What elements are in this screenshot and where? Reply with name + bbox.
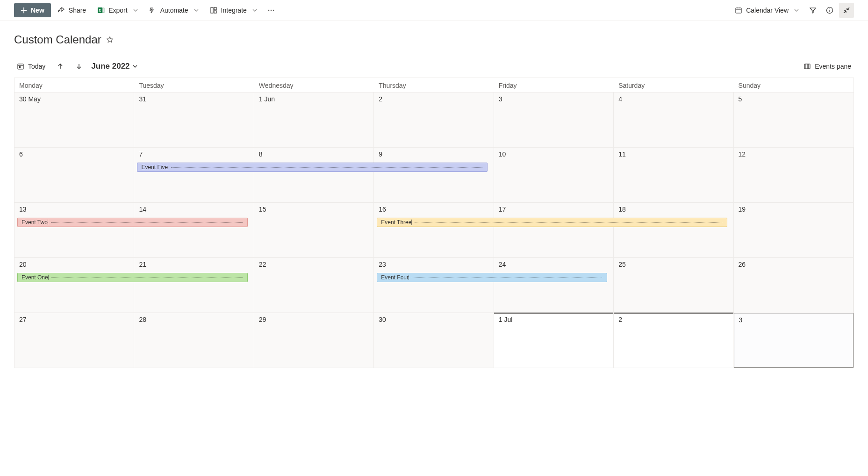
day-cell[interactable]: 11	[614, 148, 733, 202]
chevron-down-icon	[252, 8, 257, 13]
day-cell[interactable]: 3	[734, 313, 854, 368]
day-number: 28	[139, 316, 249, 323]
day-number: 31	[139, 95, 249, 103]
day-cell[interactable]: 4	[614, 92, 733, 147]
day-cell[interactable]: 24	[494, 258, 614, 313]
day-cell[interactable]: 1 Jun	[254, 92, 374, 147]
event-endcap	[409, 275, 409, 280]
day-number: 25	[618, 261, 728, 268]
calendar-event[interactable]: Event One	[17, 273, 248, 282]
day-number: 24	[499, 261, 609, 268]
day-cell[interactable]: 1 Jul	[494, 313, 614, 368]
day-cell[interactable]: 30 May	[14, 92, 134, 147]
day-cell[interactable]: 7	[134, 148, 254, 202]
overflow-button[interactable]	[264, 3, 279, 18]
day-cell[interactable]: 18	[614, 203, 733, 257]
day-cell[interactable]: 28	[134, 313, 254, 368]
more-icon	[267, 7, 275, 14]
calendar-event[interactable]: Event Two	[17, 218, 248, 227]
calendar-event[interactable]: Event Four	[377, 273, 607, 282]
calendar-event[interactable]: Event Three	[377, 218, 727, 227]
share-button[interactable]: Share	[53, 4, 91, 17]
today-button[interactable]: Today	[14, 61, 48, 72]
filter-button[interactable]	[805, 3, 820, 18]
day-number: 17	[499, 206, 609, 213]
integrate-button[interactable]: Integrate	[205, 4, 262, 17]
dow-header: Friday	[494, 78, 614, 92]
day-cell[interactable]: 3	[494, 92, 614, 147]
event-title: Event Three	[381, 219, 411, 226]
calendar-icon	[735, 7, 742, 14]
events-pane-button[interactable]: Events pane	[801, 61, 854, 72]
next-month-button[interactable]	[72, 60, 86, 73]
day-number: 22	[259, 261, 369, 268]
month-selector[interactable]: June 2022	[91, 62, 137, 71]
export-button[interactable]: Export	[93, 4, 142, 17]
day-cell[interactable]: 12	[734, 148, 854, 202]
day-cell[interactable]: 9	[374, 148, 494, 202]
day-cell[interactable]: 5	[734, 92, 854, 147]
day-number: 19	[739, 206, 848, 213]
today-label: Today	[28, 63, 45, 70]
event-title: Event Four	[381, 274, 409, 281]
dow-header: Sunday	[734, 78, 854, 92]
svg-rect-11	[19, 66, 21, 68]
day-cell[interactable]: 14	[134, 203, 254, 257]
day-cell[interactable]: 30	[374, 313, 494, 368]
day-cell[interactable]: 10	[494, 148, 614, 202]
share-icon	[57, 7, 65, 14]
day-cell[interactable]: 23	[374, 258, 494, 313]
dow-row: MondayTuesdayWednesdayThursdayFridaySatu…	[14, 78, 854, 92]
automate-button[interactable]: Automate	[144, 4, 203, 17]
day-cell[interactable]: 8	[254, 148, 374, 202]
day-number: 8	[259, 150, 369, 158]
day-number: 1 Jun	[259, 95, 369, 103]
day-number: 30	[379, 316, 488, 323]
svg-rect-3	[214, 7, 216, 10]
day-number: 18	[618, 206, 728, 213]
plus-icon	[21, 7, 27, 14]
collapse-button[interactable]	[839, 3, 854, 18]
calendar-nav: Today June 2022 Events pane	[14, 53, 854, 73]
new-button[interactable]: New	[14, 3, 51, 17]
day-cell[interactable]: 2	[374, 92, 494, 147]
day-cell[interactable]: 31	[134, 92, 254, 147]
day-cell[interactable]: 21	[134, 258, 254, 313]
day-number: 13	[19, 206, 129, 213]
week-row: 6789101112Event Five	[14, 147, 854, 202]
calendar-event[interactable]: Event Five	[137, 163, 487, 172]
prev-month-button[interactable]	[54, 60, 67, 73]
chevron-down-icon	[133, 8, 138, 13]
star-icon	[106, 36, 114, 43]
day-number: 15	[259, 206, 369, 213]
view-selector-button[interactable]: Calendar View	[730, 4, 803, 17]
day-cell[interactable]: 6	[14, 148, 134, 202]
day-cell[interactable]: 26	[734, 258, 854, 313]
day-cell[interactable]: 16	[374, 203, 494, 257]
weeks-container: 30 May311 Jun23456789101112Event Five131…	[14, 92, 854, 368]
day-cell[interactable]: 2	[614, 313, 733, 368]
day-cell[interactable]: 19	[734, 203, 854, 257]
arrow-up-icon	[57, 63, 64, 70]
day-cell[interactable]: 17	[494, 203, 614, 257]
integrate-button-label: Integrate	[221, 7, 247, 14]
svg-rect-2	[211, 7, 213, 13]
day-cell[interactable]: 29	[254, 313, 374, 368]
collapse-icon	[843, 7, 850, 14]
day-number: 2	[618, 316, 728, 323]
today-indicator	[494, 313, 613, 314]
day-cell[interactable]: 27	[14, 313, 134, 368]
event-title: Event Two	[22, 219, 48, 226]
favorite-button[interactable]	[106, 36, 114, 43]
event-endcap	[168, 164, 168, 170]
day-cell[interactable]: 13	[14, 203, 134, 257]
day-cell[interactable]: 15	[254, 203, 374, 257]
svg-rect-8	[736, 8, 741, 13]
event-endcap	[411, 220, 412, 225]
day-number: 20	[19, 261, 129, 268]
day-cell[interactable]: 22	[254, 258, 374, 313]
day-cell[interactable]: 20	[14, 258, 134, 313]
info-button[interactable]	[822, 3, 837, 18]
day-cell[interactable]: 25	[614, 258, 733, 313]
share-button-label: Share	[69, 7, 86, 14]
